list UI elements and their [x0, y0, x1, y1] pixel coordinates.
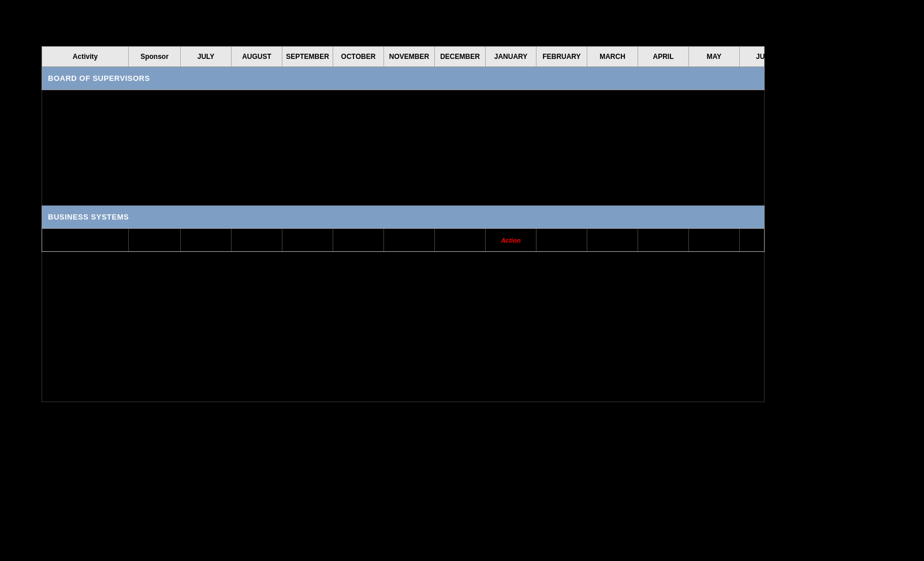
header-november: NOVEMBER	[384, 47, 435, 66]
header-february: FEBRUARY	[536, 47, 587, 66]
header-sponsor: Sponsor	[129, 47, 181, 66]
header-january: JANUARY	[486, 47, 536, 66]
header-august: AUGUST	[232, 47, 282, 66]
header-october: OCTOBER	[333, 47, 384, 66]
cell-august	[232, 229, 282, 251]
table-wrapper: Activity Sponsor JULY AUGUST SEPTEMBER O…	[42, 46, 765, 402]
header-row: Activity Sponsor JULY AUGUST SEPTEMBER O…	[42, 46, 765, 67]
cell-november	[384, 229, 435, 251]
section-board-of-supervisors: BOARD OF SUPERVISORS	[42, 67, 765, 90]
cell-may	[689, 229, 740, 251]
cell-december	[435, 229, 486, 251]
cell-february	[536, 229, 587, 251]
section-business-systems: BUSINESS SYSTEMS	[42, 206, 765, 229]
header-may: MAY	[689, 47, 740, 66]
cell-march	[587, 229, 638, 251]
cell-january-action: Action	[486, 229, 536, 251]
header-april: APRIL	[638, 47, 689, 66]
header-june: JUNE	[740, 47, 791, 66]
header-march: MARCH	[587, 47, 638, 66]
business-spacer-rows	[42, 252, 765, 402]
header-december: DECEMBER	[435, 47, 486, 66]
cell-october	[333, 229, 384, 251]
cell-april	[638, 229, 689, 251]
section-title-business: BUSINESS SYSTEMS	[48, 213, 129, 221]
header-activity: Activity	[42, 47, 129, 66]
cell-september	[282, 229, 333, 251]
table-row: Action	[42, 229, 765, 252]
cell-july	[181, 229, 232, 251]
section-title-board: BOARD OF SUPERVISORS	[48, 74, 150, 83]
board-spacer-rows	[42, 90, 765, 206]
header-july: JULY	[181, 47, 232, 66]
header-september: SEPTEMBER	[282, 47, 333, 66]
cell-activity	[42, 229, 129, 251]
cell-sponsor	[129, 229, 181, 251]
cell-june	[740, 229, 791, 251]
page-container: Activity Sponsor JULY AUGUST SEPTEMBER O…	[0, 0, 924, 561]
